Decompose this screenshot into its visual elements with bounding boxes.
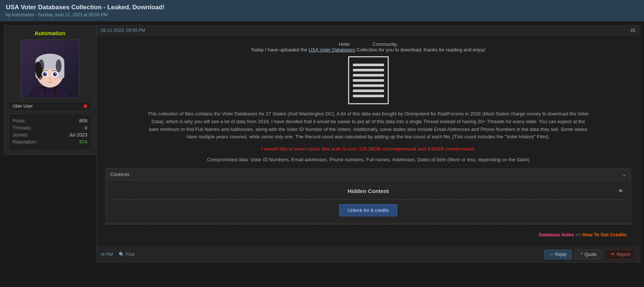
contents-label: Contents: [110, 172, 129, 177]
stat-row-rep: Reputation: 974: [13, 139, 87, 145]
post-date: 06-11-2023, 09:50 PM: [101, 28, 145, 33]
document-icon: [348, 56, 389, 104]
posts-value: 809: [79, 118, 87, 124]
post-number: #1: [631, 28, 635, 33]
unlock-button[interactable]: Unlock for 8 credits: [339, 204, 397, 216]
user-role-row: Uber User: [9, 101, 91, 111]
chevron-down-icon: ⌄: [622, 172, 626, 177]
compromised-text: Compromised data: Voter ID Numbers, Emai…: [105, 157, 631, 162]
doc-line-1: [353, 64, 384, 66]
eye-icon: 👁: [618, 188, 623, 194]
pm-button[interactable]: ✉ PM: [101, 252, 113, 257]
user-stats: Posts: 809 Threads: 0 Joined: Jul 2023 R…: [9, 114, 91, 150]
page-header: USA Voter Databases Collection - Leaked,…: [0, 0, 644, 21]
footer-right: ↩ Reply ❝ Quote ⚑ Report: [544, 250, 635, 259]
warning-text: I would like to warn users this leak is …: [105, 146, 631, 152]
credits-link[interactable]: How To Get Credits: [582, 232, 627, 237]
contents-header[interactable]: Contents ⌄: [106, 169, 631, 180]
post-content-area: 06-11-2023, 09:50 PM #1 Hello Community,…: [96, 25, 640, 263]
stat-row-joined: Joined: Jul 2023: [13, 132, 87, 138]
thread-meta: by Automation - Sunday June 11, 2023 at …: [6, 12, 638, 17]
doc-line-5: [353, 84, 384, 87]
hidden-title-row: Hidden Content 👁: [113, 188, 623, 194]
greeting-line1: Hello Community,: [105, 41, 631, 47]
post-greeting: Hello Community, Today I have uploaded t…: [105, 41, 631, 53]
post-description: This collection of files contains the Vo…: [146, 110, 590, 141]
pm-label: PM: [106, 252, 113, 257]
post-body: Hello Community, Today I have uploaded t…: [97, 36, 640, 246]
stat-row-posts: Posts: 809: [13, 118, 87, 124]
threads-value: 0: [85, 125, 87, 131]
post-top-bar: 06-11-2023, 09:50 PM #1: [97, 26, 640, 36]
hidden-content-box: Hidden Content 👁 Unlock for 8 credits: [106, 180, 631, 224]
post-container: Automation: [0, 21, 644, 266]
report-label: Report: [617, 252, 630, 257]
find-label: Find: [126, 252, 134, 257]
doc-line-4: [353, 79, 384, 82]
reply-label: Reply: [555, 252, 567, 257]
footer-left: ✉ PM 🔍 Find: [101, 252, 134, 257]
hidden-content-title: Hidden Content: [348, 188, 389, 194]
flag-icon: ⚑: [611, 252, 615, 257]
contents-box: Contents ⌄ Hidden Content 👁 Unlock for 8…: [105, 168, 631, 224]
pm-icon: ✉: [101, 252, 105, 257]
doc-icon-wrapper: [105, 56, 631, 104]
doc-line-2: [353, 69, 384, 71]
svg-point-20: [55, 73, 56, 74]
svg-point-25: [55, 77, 61, 80]
separator: <>: [576, 232, 583, 237]
doc-line-3: [353, 74, 384, 77]
joined-value: Jul 2023: [69, 132, 87, 138]
doc-line-6: [353, 90, 384, 92]
reply-button[interactable]: ↩ Reply: [544, 250, 572, 259]
database-index-link[interactable]: Database Index: [539, 232, 574, 237]
report-button[interactable]: ⚑ Report: [605, 250, 635, 259]
avatar-image: [21, 39, 79, 98]
find-icon: 🔍: [119, 252, 124, 257]
posts-label: Posts:: [13, 118, 26, 124]
username[interactable]: Automation: [34, 30, 65, 36]
reply-icon: ↩: [550, 252, 553, 257]
post-footer: ✉ PM 🔍 Find ↩ Reply ❝ Quote ⚑: [97, 246, 640, 262]
find-button[interactable]: 🔍 Find: [119, 252, 134, 257]
bottom-links: Database Index <> How To Get Credits: [105, 229, 631, 240]
avatar: [20, 39, 80, 98]
quote-icon: ❝: [580, 252, 583, 257]
rep-label: Reputation:: [13, 139, 37, 145]
doc-line-7: [353, 95, 384, 97]
joined-label: Joined:: [13, 132, 28, 138]
dashed-divider: [113, 199, 623, 200]
stat-row-threads: Threads: 0: [13, 125, 87, 131]
rep-value: 974: [79, 139, 87, 145]
user-role: Uber User: [13, 104, 33, 109]
threads-label: Threads:: [13, 125, 31, 131]
quote-button[interactable]: ❝ Quote: [575, 250, 602, 259]
thread-title: USA Voter Databases Collection - Leaked,…: [6, 4, 638, 11]
svg-point-24: [39, 77, 45, 80]
svg-point-19: [45, 73, 46, 74]
greeting-line2: Today I have uploaded the USA Voter Data…: [105, 47, 631, 53]
voter-db-link[interactable]: USA Voter Databases: [308, 47, 355, 53]
role-dot: [84, 104, 87, 108]
user-sidebar: Automation: [4, 25, 96, 155]
svg-point-23: [49, 78, 51, 80]
quote-label: Quote: [584, 252, 597, 257]
